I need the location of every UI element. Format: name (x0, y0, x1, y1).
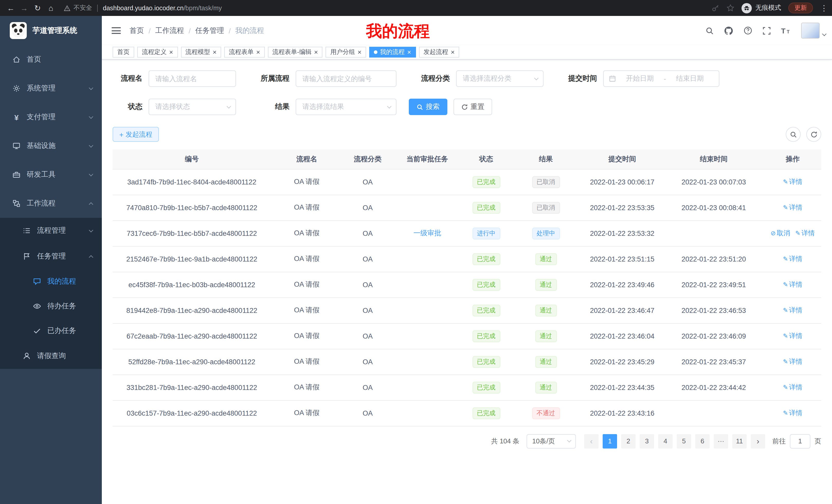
pager-next[interactable]: › (751, 434, 765, 448)
back-icon[interactable]: ← (4, 1, 18, 15)
user-avatar-menu[interactable] (801, 23, 826, 38)
sidebar-item-workflow[interactable]: 工作流程 (0, 189, 102, 218)
sidebar-item-dev-tools[interactable]: 研发工具 (0, 160, 102, 189)
pager-prev[interactable]: ‹ (584, 434, 599, 448)
breadcrumb-item-task-management[interactable]: 任务管理 (196, 26, 224, 35)
close-icon[interactable]: × (213, 49, 216, 55)
close-icon[interactable]: × (451, 49, 454, 55)
detail-action-link[interactable]: ✎详情 (783, 203, 802, 211)
detail-action-link[interactable]: ✎详情 (783, 281, 802, 288)
reload-icon[interactable]: ↻ (31, 1, 44, 15)
tab-process-form-edit[interactable]: 流程表单-编辑× (268, 47, 323, 58)
cell-category: OA (342, 272, 393, 298)
sidebar-item-label: 支付管理 (27, 113, 89, 122)
pager-page-1[interactable]: 1 (603, 434, 617, 448)
process-definition-input[interactable] (296, 71, 396, 87)
cell-end-time (663, 400, 764, 426)
search-icon[interactable] (705, 26, 714, 35)
sidebar-item-todo-tasks[interactable]: 待办任务 (0, 294, 102, 318)
workflow-icon (12, 199, 21, 208)
date-end-placeholder[interactable]: 结束日期 (666, 74, 714, 83)
detail-action-link[interactable]: ✎详情 (795, 229, 815, 237)
status-select[interactable]: 请选择状态 (149, 99, 236, 115)
detail-action-link[interactable]: ✎详情 (783, 178, 802, 186)
current-task-link[interactable]: 一级审批 (413, 229, 441, 237)
edit-icon: ✎ (795, 230, 800, 237)
close-icon[interactable]: × (314, 49, 318, 55)
refresh-table-button[interactable] (806, 127, 821, 142)
key-icon[interactable] (712, 4, 719, 12)
category-select[interactable]: 请选择流程分类 (456, 71, 544, 87)
detail-action-link[interactable]: ✎详情 (783, 306, 802, 314)
search-button[interactable]: 搜索 (409, 99, 447, 115)
cell-end-time: 2022-01-22 23:51:20 (663, 246, 764, 272)
tab-user-group[interactable]: 用户分组× (326, 47, 366, 58)
page-size-select[interactable]: 10条/页 (526, 434, 576, 448)
date-start-placeholder[interactable]: 开始日期 (616, 74, 664, 83)
detail-action-link[interactable]: ✎详情 (783, 358, 802, 365)
forward-icon[interactable]: → (18, 1, 31, 15)
breadcrumb-item-home[interactable]: 首页 (130, 26, 144, 35)
sidebar-item-home[interactable]: 首页 (0, 45, 102, 74)
close-icon[interactable]: × (358, 49, 362, 55)
cell-end-time: 2022-01-22 23:46:09 (663, 323, 764, 349)
reset-button[interactable]: 重置 (453, 99, 492, 115)
cancel-action-link[interactable]: ⊘取消 (771, 229, 790, 237)
tab-home[interactable]: 首页 (113, 47, 134, 58)
breadcrumb-item-workflow[interactable]: 工作流程 (155, 26, 184, 35)
detail-action-link[interactable]: ✎详情 (783, 332, 802, 340)
toggle-search-button[interactable] (786, 127, 801, 142)
date-range-picker[interactable]: 开始日期 - 结束日期 (603, 71, 719, 87)
sidebar-item-system-management[interactable]: 系统管理 (0, 74, 102, 103)
avatar[interactable] (801, 23, 820, 38)
cell-process-id: 67c2eaab-7b9a-11ec-a290-acde48001122 (113, 323, 271, 349)
pager-page-2[interactable]: 2 (621, 434, 635, 448)
initiate-process-button[interactable]: + 发起流程 (113, 127, 159, 142)
pager-page-4[interactable]: 4 (658, 434, 673, 448)
sidebar-item-payment-management[interactable]: ¥ 支付管理 (0, 103, 102, 132)
pager-page-11[interactable]: 11 (732, 434, 747, 448)
address-bar[interactable]: 不安全 dashboard.yudao.iocoder.cn/bpm/task/… (64, 4, 712, 12)
sidebar-item-done-tasks[interactable]: 已办任务 (0, 318, 102, 343)
detail-action-link[interactable]: ✎详情 (783, 255, 802, 262)
status-badge: 进行中 (472, 227, 500, 239)
sidebar-item-my-process[interactable]: 我的流程 (0, 269, 102, 294)
pager-more[interactable]: ··· (714, 434, 728, 448)
process-name-input[interactable] (149, 71, 236, 87)
sidebar-item-task-management[interactable]: 任务管理 (0, 244, 102, 269)
fullscreen-icon[interactable] (762, 26, 771, 35)
font-size-icon[interactable]: TT (781, 26, 791, 35)
pager-page-3[interactable]: 3 (640, 434, 654, 448)
tab-process-form[interactable]: 流程表单× (224, 47, 265, 58)
sidebar-item-leave-query[interactable]: 请假查询 (0, 343, 102, 369)
app-logo[interactable]: 芋道管理系统 (0, 16, 102, 45)
help-icon[interactable] (744, 26, 752, 35)
cell-process-id: 819442e8-7b9a-11ec-a290-acde48001122 (113, 298, 271, 323)
detail-action-link[interactable]: ✎详情 (783, 409, 802, 417)
close-icon[interactable]: × (169, 49, 173, 55)
search-icon (789, 131, 797, 138)
hamburger-icon[interactable] (111, 27, 121, 34)
result-select[interactable]: 请选择流结果 (296, 99, 396, 115)
update-button[interactable]: 更新 (788, 3, 813, 13)
pager-page-5[interactable]: 5 (677, 434, 691, 448)
cell-operations: ✎详情 (764, 169, 821, 195)
tab-process-definition[interactable]: 流程定义× (137, 47, 178, 58)
tab-process-model[interactable]: 流程模型× (181, 47, 221, 58)
github-icon[interactable] (724, 26, 733, 35)
status-badge: 已完成 (472, 330, 500, 342)
sidebar-item-process-management[interactable]: 流程管理 (0, 218, 102, 244)
close-icon[interactable]: × (407, 49, 411, 55)
pager-page-6[interactable]: 6 (695, 434, 710, 448)
detail-action-link[interactable]: ✎详情 (783, 383, 802, 391)
browser-home-icon[interactable]: ⌂ (44, 1, 58, 15)
goto-page-input[interactable] (790, 434, 810, 448)
close-icon[interactable]: × (256, 49, 260, 55)
bookmark-star-icon[interactable] (727, 4, 734, 12)
browser-menu-icon[interactable]: ⋮ (820, 3, 828, 12)
tab-my-process[interactable]: 我的流程× (369, 47, 416, 58)
status-badge: 已完成 (472, 304, 500, 316)
sidebar-item-label: 流程管理 (37, 226, 89, 235)
sidebar-item-infrastructure[interactable]: 基础设施 (0, 132, 102, 160)
tab-initiate-process[interactable]: 发起流程× (419, 47, 459, 58)
